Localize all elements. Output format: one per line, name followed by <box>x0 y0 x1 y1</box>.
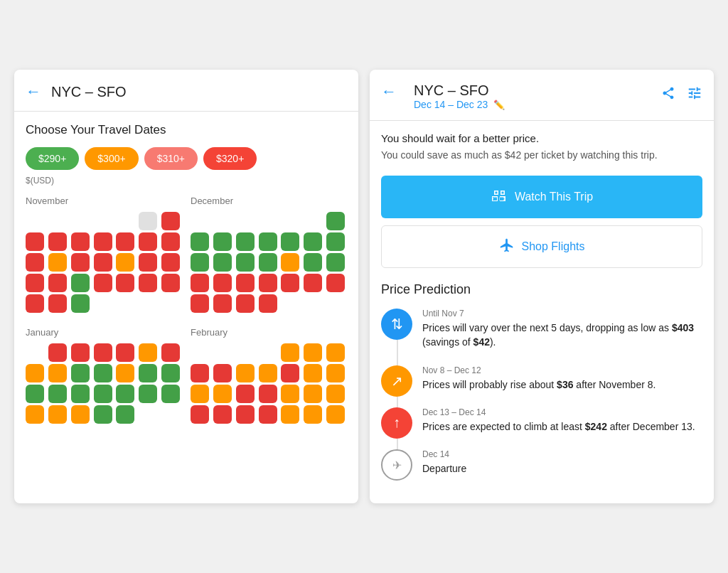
cal-grid-november[interactable] <box>26 212 182 313</box>
calendar-december: December <box>191 196 347 313</box>
prediction-icon-3: ↑ <box>381 407 412 439</box>
prediction-content-2: Nov 8 – Dec 12 Prices will probably rise… <box>422 365 655 407</box>
edit-icon[interactable]: ✏️ <box>493 100 505 110</box>
prediction-item-2: ↗ Nov 8 – Dec 12 Prices will probably ri… <box>381 365 702 407</box>
prediction-content-4: Dec 14 Departure <box>422 449 466 491</box>
month-label-november: November <box>26 196 182 206</box>
prediction-desc-3: Prices are expected to climb at least $2… <box>422 419 695 434</box>
watch-trip-button[interactable]: Watch This Trip <box>381 176 702 218</box>
prediction-date-3: Dec 13 – Dec 14 <box>422 407 695 417</box>
prediction-item-4: ✈ Dec 14 Departure <box>381 449 702 491</box>
watch-trip-label: Watch This Trip <box>515 191 593 203</box>
prediction-timeline: ⇅ Until Nov 7 Prices will vary over the … <box>381 309 702 491</box>
prediction-item-3: ↑ Dec 13 – Dec 14 Prices are expected to… <box>381 407 702 449</box>
prediction-date-1: Until Nov 7 <box>422 309 702 318</box>
price-badge-300[interactable]: $300+ <box>85 147 138 170</box>
shop-flights-label: Shop Flights <box>522 240 585 253</box>
month-label-february: February <box>191 327 347 338</box>
recommendation-sub: You could save as much as $42 per ticket… <box>381 149 702 163</box>
calendars-grid: November December <box>26 196 347 424</box>
prediction-date-2: Nov 8 – Dec 12 <box>422 365 655 375</box>
prediction-content-3: Dec 13 – Dec 14 Prices are expected to c… <box>422 407 695 449</box>
calendar-november: November <box>26 196 182 313</box>
airplane-icon <box>499 237 515 256</box>
shop-flights-button[interactable]: Shop Flights <box>381 225 702 268</box>
price-prediction-title: Price Prediction <box>381 282 702 297</box>
currency-label: $(USD) <box>26 176 347 186</box>
right-panel: ← NYC – SFO Dec 14 – Dec 23 ✏️ <box>370 70 714 503</box>
right-header-left: ← NYC – SFO Dec 14 – Dec 23 ✏️ <box>381 82 505 110</box>
calendar-february: February <box>191 327 347 424</box>
right-date-range: Dec 14 – Dec 23 ✏️ <box>414 99 505 110</box>
right-route-title: NYC – SFO <box>414 82 505 99</box>
right-header-icons <box>661 85 702 105</box>
prediction-icon-1: ⇅ <box>381 309 412 340</box>
calendar-january: January <box>26 327 182 424</box>
prediction-icon-2: ↗ <box>381 365 412 397</box>
filter-icon[interactable] <box>687 85 702 105</box>
share-icon[interactable] <box>661 86 675 104</box>
month-label-january: January <box>26 327 182 338</box>
price-legend: $290+ $300+ $310+ $320+ <box>26 147 347 170</box>
recommendation-text: You should wait for a better price. <box>381 132 702 144</box>
left-panel-header: ← NYC – SFO <box>14 70 358 112</box>
prediction-content-1: Until Nov 7 Prices will vary over the ne… <box>422 309 702 365</box>
month-label-december: December <box>191 196 347 206</box>
back-icon-right[interactable]: ← <box>381 82 397 101</box>
prediction-desc-4: Departure <box>422 461 466 476</box>
right-header-text: NYC – SFO Dec 14 – Dec 23 ✏️ <box>414 82 505 110</box>
price-badge-320[interactable]: $320+ <box>203 147 257 170</box>
price-badge-310[interactable]: $310+ <box>144 147 198 170</box>
left-panel-title: NYC – SFO <box>51 84 127 100</box>
prediction-desc-2: Prices will probably rise about $36 afte… <box>422 377 655 392</box>
prediction-item-1: ⇅ Until Nov 7 Prices will vary over the … <box>381 309 702 365</box>
prediction-icon-4: ✈ <box>381 449 412 481</box>
cal-grid-december[interactable] <box>191 212 347 313</box>
back-icon-left[interactable]: ← <box>26 82 41 101</box>
left-panel-body: Choose Your Travel Dates $290+ $300+ $31… <box>14 112 358 435</box>
price-badge-290[interactable]: $290+ <box>26 147 79 170</box>
travel-dates-title: Choose Your Travel Dates <box>26 123 347 137</box>
cal-grid-january[interactable] <box>26 343 182 424</box>
right-panel-body: You should wait for a better price. You … <box>370 121 714 503</box>
date-range-text: Dec 14 – Dec 23 <box>414 99 488 110</box>
right-panel-header: ← NYC – SFO Dec 14 – Dec 23 ✏️ <box>370 70 714 121</box>
prediction-date-4: Dec 14 <box>422 449 466 459</box>
prediction-desc-1: Prices will vary over the next 5 days, d… <box>422 321 702 350</box>
cal-grid-february[interactable] <box>191 343 347 424</box>
left-panel: ← NYC – SFO Choose Your Travel Dates $29… <box>14 70 358 503</box>
binoculars-icon <box>491 187 508 207</box>
